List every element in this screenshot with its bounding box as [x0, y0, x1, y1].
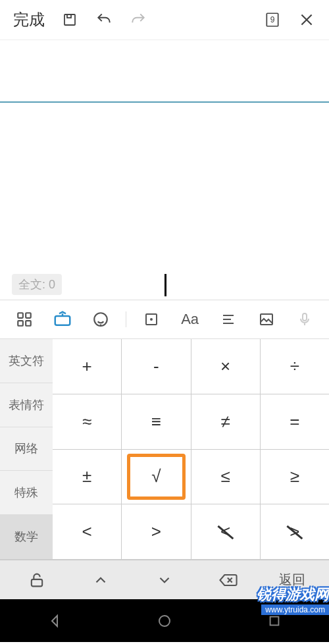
word-count-badge: 全文: 0 — [12, 274, 62, 295]
svg-rect-7 — [55, 316, 70, 325]
align-icon[interactable] — [215, 306, 241, 333]
category-tab[interactable]: 数学 — [0, 515, 53, 559]
category-tab[interactable]: 网络 — [0, 427, 53, 471]
symbol-key[interactable]: = — [261, 394, 329, 449]
image-icon[interactable] — [253, 306, 280, 333]
category-tab[interactable]: 英文符 — [0, 339, 53, 383]
symbol-key[interactable]: - — [122, 339, 191, 394]
keyboard-icon[interactable] — [49, 306, 76, 333]
svg-rect-15 — [270, 616, 278, 625]
separator — [126, 311, 126, 327]
symbol-key[interactable]: + — [53, 339, 122, 394]
symbol-key[interactable]: > — [261, 504, 329, 559]
svg-point-8 — [95, 313, 108, 326]
svg-point-14 — [159, 616, 170, 626]
redo-icon — [124, 5, 153, 34]
category-tab[interactable]: 特殊 — [0, 471, 53, 515]
symbol-key[interactable]: ≥ — [261, 450, 329, 504]
return-button[interactable]: 返回 — [260, 571, 324, 589]
svg-rect-6 — [26, 321, 31, 326]
symbol-key[interactable]: ± — [53, 450, 122, 504]
editor-focus-line — [0, 40, 329, 103]
symbol-key[interactable]: > — [122, 504, 191, 559]
symbol-key[interactable]: ≤ — [191, 450, 261, 504]
down-chevron-icon[interactable] — [133, 572, 197, 589]
done-button[interactable]: 完成 — [8, 7, 50, 33]
symbol-key[interactable]: ≡ — [122, 394, 191, 449]
svg-rect-12 — [303, 313, 307, 321]
text-cursor — [164, 274, 166, 296]
svg-rect-0 — [64, 14, 75, 25]
ime-toolbar: Aa — [0, 300, 329, 339]
page-number-button[interactable]: 9 — [258, 5, 287, 34]
svg-rect-3 — [18, 313, 23, 318]
backspace-icon[interactable] — [196, 571, 260, 589]
symbol-key[interactable]: < — [191, 504, 261, 559]
symbol-key[interactable]: × — [191, 339, 261, 394]
fullscreen-icon[interactable] — [138, 306, 164, 333]
save-icon[interactable] — [55, 5, 84, 34]
symbol-key[interactable]: < — [53, 504, 122, 559]
nav-recent-icon[interactable] — [261, 608, 288, 634]
symbol-key[interactable]: ≈ — [53, 394, 122, 449]
apps-icon[interactable] — [11, 306, 38, 333]
category-tab[interactable]: 表情符 — [0, 383, 53, 427]
undo-icon[interactable] — [89, 5, 118, 34]
close-icon[interactable] — [292, 5, 321, 34]
emoji-icon[interactable] — [88, 306, 114, 333]
lock-icon[interactable] — [5, 571, 69, 589]
svg-rect-4 — [26, 313, 31, 318]
symbol-key[interactable]: √ — [122, 450, 191, 504]
symbol-key[interactable]: ≠ — [191, 394, 261, 449]
symbol-key[interactable]: ÷ — [261, 339, 329, 394]
svg-point-10 — [151, 319, 152, 320]
svg-rect-13 — [32, 579, 42, 586]
mic-icon[interactable] — [291, 306, 318, 333]
nav-home-icon[interactable] — [151, 608, 178, 634]
nav-back-icon[interactable] — [41, 608, 68, 634]
page-number: 9 — [270, 15, 275, 24]
font-icon[interactable]: Aa — [177, 306, 203, 333]
editor-area[interactable]: 全文: 0 — [0, 40, 329, 300]
svg-rect-1 — [67, 14, 71, 18]
svg-rect-5 — [18, 321, 23, 326]
up-chevron-icon[interactable] — [69, 572, 133, 589]
